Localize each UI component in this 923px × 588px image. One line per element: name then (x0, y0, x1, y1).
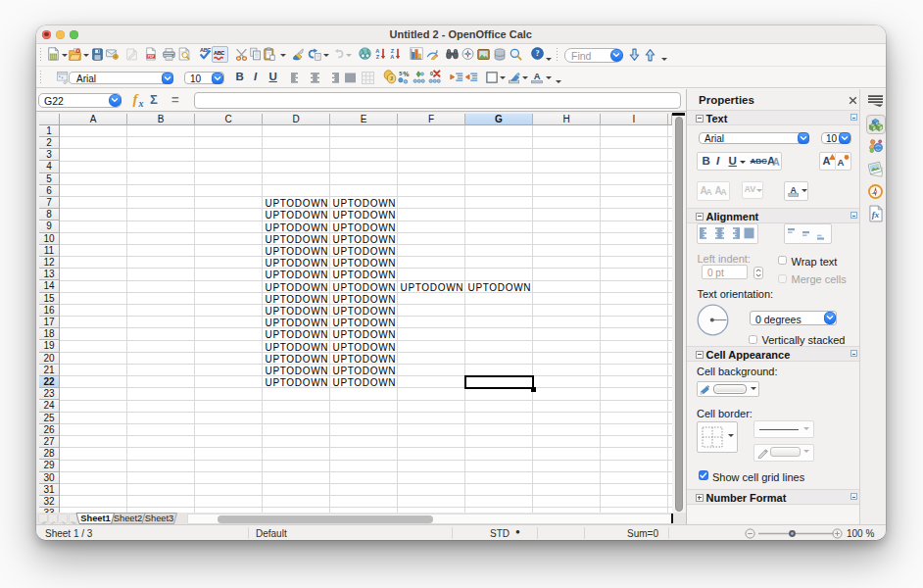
svg-text:x: x (138, 98, 144, 109)
svg-text:ABC: ABC (214, 49, 224, 55)
svg-text:0: 0 (430, 71, 433, 76)
svg-text:%: % (403, 71, 410, 77)
svg-text:Sheet3: Sheet3 (145, 514, 173, 523)
svg-text:A: A (791, 184, 798, 194)
svg-text:PDF: PDF (148, 55, 155, 59)
svg-text:Z: Z (391, 48, 395, 54)
svg-text:A: A (534, 72, 541, 81)
svg-text:?: ? (535, 49, 539, 58)
svg-text:Sheet1: Sheet1 (80, 514, 111, 523)
svg-text:Sheet2: Sheet2 (114, 514, 142, 523)
svg-text:Z: Z (376, 54, 380, 60)
svg-text:A: A (391, 54, 395, 60)
svg-text:fx: fx (871, 210, 879, 220)
svg-text:A: A (376, 48, 380, 54)
svg-text:J: J (390, 74, 393, 81)
